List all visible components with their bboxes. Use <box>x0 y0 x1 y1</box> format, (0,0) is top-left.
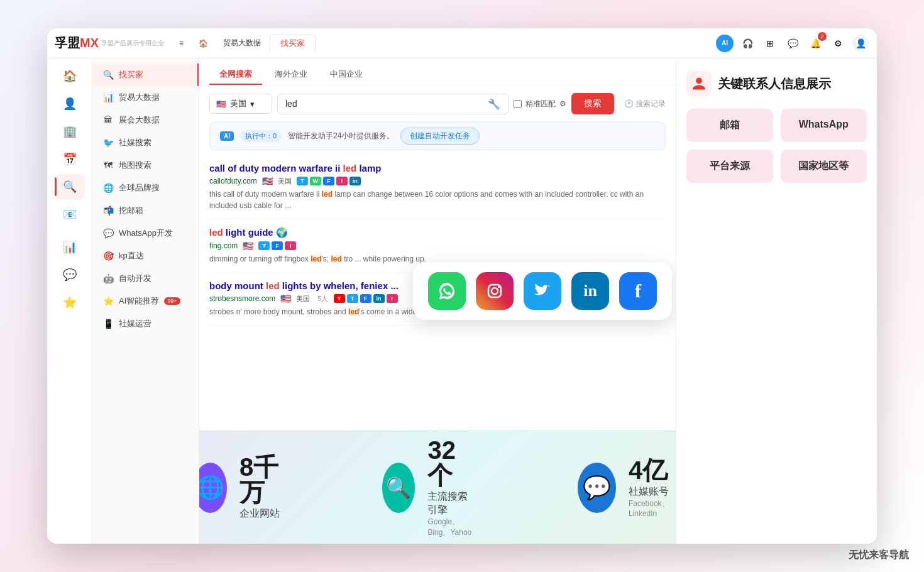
tab-all-search[interactable]: 全网搜索 <box>209 65 262 85</box>
search-button[interactable]: 搜索 <box>571 93 614 114</box>
result-meta-2: fing.com 🇺🇸 T F I <box>209 241 666 251</box>
flag-us: 🇺🇸 <box>216 99 226 109</box>
sub-nav: 全网搜索 海外企业 中国企业 <box>199 58 676 85</box>
popup-linkedin-icon[interactable]: in <box>571 272 609 310</box>
contact-card-email[interactable]: 邮箱 <box>686 109 773 142</box>
left-brand[interactable]: 🌐 全球品牌搜 <box>92 177 199 199</box>
menu-btn[interactable]: ≡ <box>173 36 190 50</box>
popup-whatsapp-icon[interactable] <box>428 272 466 310</box>
home-btn[interactable]: 🏠 <box>192 36 214 50</box>
logo-text: 孚盟MX <box>55 35 99 52</box>
stat-icon-social: 💬 <box>578 463 616 513</box>
sidebar-user[interactable]: 👤 <box>55 91 85 116</box>
left-map[interactable]: 🗺 地图搜索 <box>92 154 199 177</box>
country-select[interactable]: 🇺🇸 美国 ▾ <box>209 94 272 114</box>
left-email[interactable]: 📬 挖邮箱 <box>92 199 199 222</box>
left-expo[interactable]: 🏛 展会大数据 <box>92 109 199 131</box>
tab-overseas[interactable]: 海外企业 <box>265 65 317 85</box>
chat-icon[interactable]: 💬 <box>784 35 801 52</box>
bell-badge: 2 <box>818 32 827 41</box>
content-area: 🏠 👤 🏢 📅 🔍 📧 📊 💬 <box>47 58 877 544</box>
ai-icon[interactable]: AI <box>716 35 734 52</box>
flag-3: 🇺🇸 <box>280 294 291 304</box>
trade-data-label: 贸易大数据 <box>119 92 160 103</box>
whatsapp-icon: 💬 <box>102 228 114 238</box>
grid-icon[interactable]: ⊞ <box>761 35 779 52</box>
left-ai-recommend[interactable]: ⭐ AI智能推荐 99+ <box>92 290 199 312</box>
stat-number-1: 8千万 <box>239 454 282 505</box>
result-title-2[interactable]: led light guide 🌍 <box>209 227 666 238</box>
ai-recommend-icon: ⭐ <box>102 296 114 306</box>
whatsapp-label: WhatsApp开发 <box>119 228 173 239</box>
create-task-btn[interactable]: 创建自动开发任务 <box>400 128 480 145</box>
exact-match-checkbox[interactable] <box>514 100 522 108</box>
sidebar-search[interactable]: 🔍 <box>55 174 85 199</box>
top-icons: AI 🎧 ⊞ 💬 🔔 2 ⚙ 👤 <box>716 35 869 52</box>
popup-twitter-icon[interactable] <box>524 272 561 310</box>
ai-badge: 99+ <box>164 297 180 305</box>
social-icons-1: T W F I in <box>297 177 361 185</box>
search-input[interactable] <box>285 99 488 109</box>
logo-subtitle: 孚盟产品展示专用企业 <box>101 39 164 48</box>
left-social-ops[interactable]: 📱 社媒运营 <box>92 312 199 335</box>
sidebar-star[interactable]: ⭐ <box>55 290 85 315</box>
find-buyer-tab[interactable]: 找买家 <box>270 35 316 52</box>
twitter-dot: T <box>297 177 308 185</box>
search-record[interactable]: 🕐 搜索记录 <box>624 99 666 109</box>
dropdown-arrow: ▾ <box>250 99 255 109</box>
top-bar: 孚盟MX 孚盟产品展示专用企业 ≡ 🏠 贸易大数据 找买家 AI 🎧 ⊞ 💬 🔔… <box>47 28 877 58</box>
ig-dot-2: I <box>285 241 296 250</box>
contact-icon <box>686 71 712 96</box>
contact-card-country[interactable]: 国家地区等 <box>781 150 867 183</box>
right-panel-title: 关键联系人信息展示 <box>686 71 867 96</box>
popup-instagram-icon[interactable] <box>476 272 514 310</box>
result-url-3: strobesnsmore.com <box>209 294 275 303</box>
stat-text-3: 4亿 社媒账号 Facebook、LinkedIn <box>629 458 676 518</box>
sidebar-building[interactable]: 🏢 <box>55 119 85 144</box>
yt-dot: Y <box>334 294 345 303</box>
contact-grid: 邮箱 WhatsApp 平台来源 国家地区等 <box>686 109 867 183</box>
country-3: 美国 <box>296 294 310 304</box>
sidebar-home[interactable]: 🏠 <box>55 63 85 89</box>
trade-data-btn[interactable]: 贸易大数据 <box>217 35 267 51</box>
avatar-icon[interactable]: 👤 <box>852 35 869 52</box>
result-title-1[interactable]: call of duty modern warfare ii led lamp <box>209 163 666 173</box>
stat-item-1: 🌐 8千万 企业网站 <box>199 454 282 520</box>
left-social-search[interactable]: 🐦 社媒搜索 <box>92 131 199 154</box>
people-count: 5人 <box>317 294 328 304</box>
search-filter-icon: 🔧 <box>488 98 500 110</box>
sidebar-wechat[interactable]: 💬 <box>55 262 85 287</box>
stat-sublabel-2: Google、Bing、Yahoo <box>427 517 477 538</box>
sidebar-chart[interactable]: 📊 <box>55 234 85 260</box>
trade-icon: 📊 <box>102 92 114 102</box>
settings-icon[interactable]: ⚙ <box>829 35 847 52</box>
bell-icon[interactable]: 🔔 2 <box>806 35 824 52</box>
left-whatsapp[interactable]: 💬 WhatsApp开发 <box>92 222 199 245</box>
headset-icon[interactable]: 🎧 <box>739 35 756 52</box>
social-search-icon: 🐦 <box>102 138 114 148</box>
contact-card-platform[interactable]: 平台来源 <box>686 150 773 183</box>
stat-item-2: 🔍 32个 主流搜索引擎 Google、Bing、Yahoo <box>382 437 477 538</box>
right-panel: 关键联系人信息展示 邮箱 WhatsApp 平台来源 国家地区等 <box>676 58 877 544</box>
email-icon: 📬 <box>102 206 114 216</box>
auto-icon: 🤖 <box>102 273 114 283</box>
stats-bar: 🌐 8千万 企业网站 🔍 32个 <box>199 431 676 544</box>
result-meta-1: callofduty.com 🇺🇸 美国 T W F I in <box>209 176 666 186</box>
left-auto[interactable]: 🤖 自动开发 <box>92 267 199 290</box>
left-find-buyer[interactable]: 🔍 找买家 <box>92 63 199 86</box>
left-trade-data[interactable]: 📊 贸易大数据 <box>92 86 199 109</box>
watermark: 无忧来客导航 <box>849 549 909 562</box>
li-dot-3: in <box>373 294 385 303</box>
auto-label: 自动开发 <box>119 273 151 284</box>
popup-facebook-icon[interactable]: f <box>619 272 657 310</box>
search-options: 精准匹配 ⚙ <box>514 99 566 109</box>
left-kp[interactable]: 🎯 kp直达 <box>92 245 199 267</box>
tab-china[interactable]: 中国企业 <box>320 65 373 85</box>
sidebar-calendar[interactable]: 📅 <box>55 146 85 172</box>
logo-mx: MX <box>80 36 99 50</box>
sidebar-mail[interactable]: 📧 <box>55 202 85 227</box>
right-panel-title-text: 关键联系人信息展示 <box>718 75 831 92</box>
contact-card-whatsapp[interactable]: WhatsApp <box>781 109 867 142</box>
brand-label: 全球品牌搜 <box>119 182 160 194</box>
result-url-1: callofduty.com <box>209 177 257 185</box>
